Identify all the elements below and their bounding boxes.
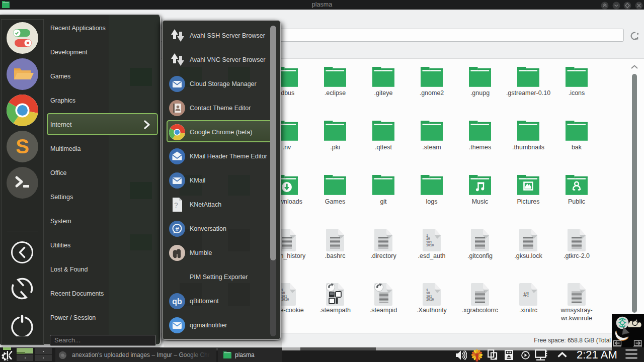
svg-text:1010: 1010 — [426, 244, 434, 247]
svg-text:S: S — [16, 135, 29, 157]
svg-text:qb: qb — [172, 297, 182, 306]
svg-text:1010: 1010 — [426, 298, 434, 302]
svg-text:?: ? — [174, 201, 178, 209]
svg-text:#: # — [175, 225, 179, 233]
svg-text:1010: 1010 — [281, 298, 289, 302]
svg-text:#!: #! — [523, 291, 529, 298]
